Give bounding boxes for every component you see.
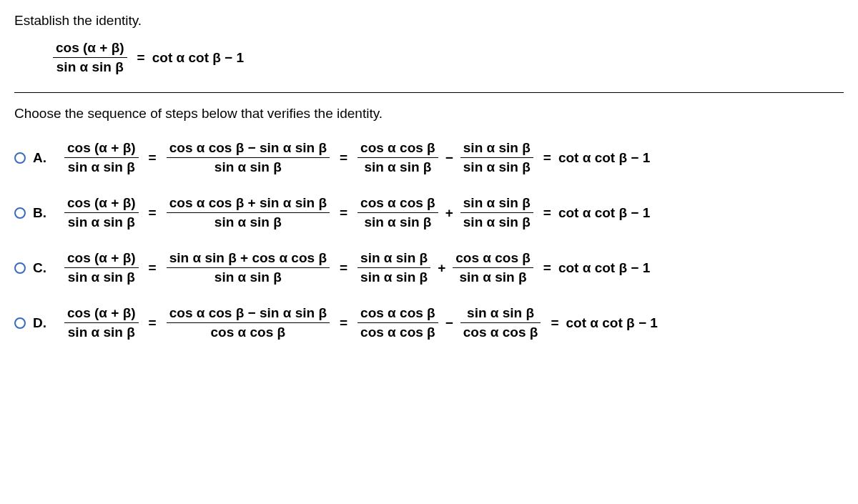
den: sin α sin β [460, 213, 533, 232]
den: sin α sin β [212, 158, 285, 177]
num: cos (α + β) [64, 304, 139, 322]
identity-rhs: cot α cot β − 1 [152, 50, 244, 66]
num: sin α sin β + cos α cos β [167, 249, 330, 267]
fraction: cos α cos β sin α sin β [358, 194, 438, 232]
num: sin α sin β [460, 194, 533, 212]
num: cos α cos β − sin α sin β [167, 304, 330, 322]
den: sin α sin β [361, 213, 434, 232]
option-letter: C. [33, 260, 49, 276]
den: cos α cos β [208, 323, 289, 342]
equals-sign: = [340, 315, 347, 331]
result: cot α cot β − 1 [558, 205, 650, 221]
equals-sign: = [543, 150, 551, 166]
den: sin α sin β [65, 268, 138, 287]
equals-sign: = [149, 150, 157, 166]
option-chain: cos (α + β) sin α sin β = sin α sin β + … [61, 249, 650, 287]
radio-icon[interactable] [14, 152, 26, 164]
option-chain: cos (α + β) sin α sin β = cos α cos β − … [61, 304, 658, 342]
fraction: cos α cos β − sin α sin β sin α sin β [167, 139, 330, 177]
option-d[interactable]: D. cos (α + β) sin α sin β = cos α cos β… [14, 304, 844, 342]
num: cos α cos β [358, 304, 438, 322]
fraction: sin α sin β sin α sin β [460, 194, 533, 232]
operator: + [438, 260, 445, 276]
num: cos (α + β) [64, 249, 139, 267]
result: cot α cot β − 1 [558, 150, 650, 166]
operator: − [445, 150, 453, 166]
den: sin α sin β [65, 323, 138, 342]
equals-sign: = [543, 205, 551, 221]
den: sin α sin β [65, 213, 138, 232]
fraction: sin α sin β sin α sin β [460, 139, 533, 177]
operator: + [445, 205, 453, 221]
equals-sign: = [149, 315, 157, 331]
fraction: sin α sin β cos α cos β [460, 304, 541, 342]
option-letter: B. [33, 205, 49, 221]
radio-icon[interactable] [14, 207, 26, 219]
equals-sign: = [551, 315, 558, 331]
identity-lhs-fraction: cos (α + β) sin α sin β [53, 39, 127, 76]
fraction: cos (α + β) sin α sin β [64, 194, 139, 232]
options-list: A. cos (α + β) sin α sin β = cos α cos β… [14, 139, 844, 342]
equals-sign: = [137, 50, 145, 66]
num: sin α sin β [358, 249, 430, 267]
num: cos α cos β + sin α sin β [167, 194, 330, 212]
den: sin α sin β [358, 268, 430, 287]
fraction: cos α cos β sin α sin β [453, 249, 533, 287]
den: sin α sin β [460, 158, 533, 177]
den: sin α sin β [457, 268, 530, 287]
option-b[interactable]: B. cos (α + β) sin α sin β = cos α cos β… [14, 194, 844, 232]
option-letter: A. [33, 150, 49, 166]
operator: − [445, 315, 453, 331]
den: sin α sin β [212, 213, 285, 232]
identity-lhs-num: cos (α + β) [53, 39, 127, 57]
fraction: cos (α + β) sin α sin β [64, 304, 139, 342]
num: cos (α + β) [64, 139, 139, 157]
result: cot α cot β − 1 [558, 260, 650, 276]
result: cot α cot β − 1 [566, 315, 658, 331]
identity-equation: cos (α + β) sin α sin β = cot α cot β − … [50, 39, 844, 76]
den: sin α sin β [361, 158, 434, 177]
num: sin α sin β [464, 304, 537, 322]
option-letter: D. [33, 315, 49, 331]
radio-icon[interactable] [14, 262, 26, 274]
option-chain: cos (α + β) sin α sin β = cos α cos β + … [61, 194, 650, 232]
instruction-text: Choose the sequence of steps below that … [14, 106, 844, 122]
num: cos α cos β [358, 194, 438, 212]
fraction: cos (α + β) sin α sin β [64, 249, 139, 287]
fraction: cos α cos β cos α cos β [358, 304, 438, 342]
radio-icon[interactable] [14, 317, 26, 329]
equals-sign: = [149, 205, 157, 221]
fraction: sin α sin β + cos α cos β sin α sin β [167, 249, 330, 287]
fraction: cos (α + β) sin α sin β [64, 139, 139, 177]
prompt-text: Establish the identity. [14, 13, 844, 29]
num: cos α cos β − sin α sin β [167, 139, 330, 157]
num: cos α cos β [358, 139, 438, 157]
den: sin α sin β [65, 158, 138, 177]
den: cos α cos β [358, 323, 438, 342]
option-c[interactable]: C. cos (α + β) sin α sin β = sin α sin β… [14, 249, 844, 287]
fraction: sin α sin β sin α sin β [358, 249, 430, 287]
separator-line [14, 92, 844, 93]
equals-sign: = [340, 205, 347, 221]
equals-sign: = [340, 260, 347, 276]
den: cos α cos β [460, 323, 541, 342]
num: cos (α + β) [64, 194, 139, 212]
fraction: cos α cos β sin α sin β [358, 139, 438, 177]
equals-sign: = [340, 150, 347, 166]
fraction: cos α cos β − sin α sin β cos α cos β [167, 304, 330, 342]
den: sin α sin β [212, 268, 285, 287]
num: sin α sin β [460, 139, 533, 157]
fraction: cos α cos β + sin α sin β sin α sin β [167, 194, 330, 232]
option-a[interactable]: A. cos (α + β) sin α sin β = cos α cos β… [14, 139, 844, 177]
equals-sign: = [149, 260, 157, 276]
identity-lhs-den: sin α sin β [54, 58, 127, 76]
equals-sign: = [543, 260, 551, 276]
num: cos α cos β [453, 249, 533, 267]
option-chain: cos (α + β) sin α sin β = cos α cos β − … [61, 139, 650, 177]
